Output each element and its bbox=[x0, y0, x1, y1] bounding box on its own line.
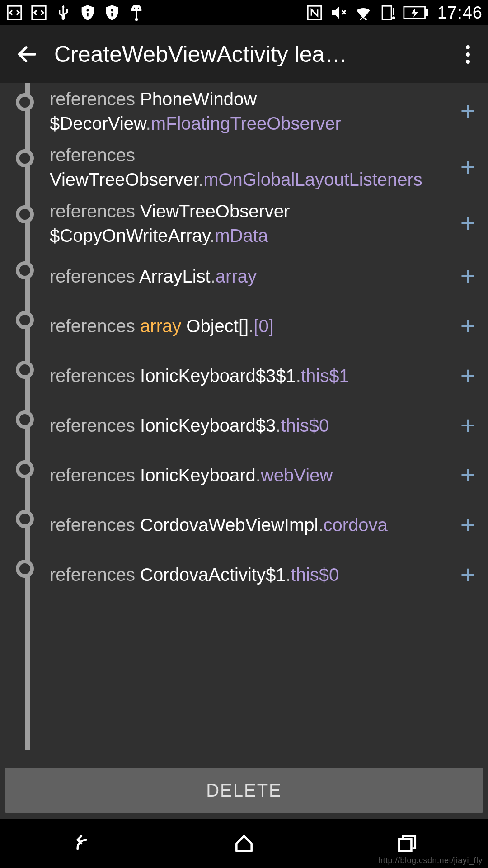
delete-button[interactable]: DELETE bbox=[5, 768, 483, 813]
trace-node-icon bbox=[16, 205, 34, 223]
trace-row[interactable]: references array Object[].[0] + bbox=[0, 301, 488, 351]
back-button[interactable] bbox=[14, 41, 41, 68]
app-bar: CreateWebViewActivity lea… bbox=[0, 25, 488, 83]
page-title: CreateWebViewActivity lea… bbox=[54, 41, 456, 67]
svg-point-4 bbox=[111, 9, 113, 12]
reference-list: references PhoneWindow $DecorView.mFloat… bbox=[0, 83, 488, 599]
svg-rect-16 bbox=[399, 839, 411, 851]
svg-point-2 bbox=[87, 9, 89, 12]
expand-icon[interactable]: + bbox=[460, 413, 475, 438]
trace-text: references array Object[].[0] bbox=[50, 314, 447, 338]
status-clock: 17:46 bbox=[437, 3, 483, 23]
trace-row[interactable]: references CordovaActivity$1.this$0 + bbox=[0, 550, 488, 599]
nav-recent-button[interactable] bbox=[389, 830, 425, 857]
trace-row[interactable]: references PhoneWindow $DecorView.mFloat… bbox=[0, 83, 488, 139]
dev-icon-2 bbox=[30, 4, 48, 22]
overflow-menu-button[interactable] bbox=[456, 41, 479, 68]
navigation-bar: http://blog.csdn.net/jiayi_fly bbox=[0, 819, 488, 868]
svg-rect-15 bbox=[426, 10, 427, 15]
trace-text: references ArrayList.array bbox=[50, 264, 447, 288]
trace-node-icon bbox=[16, 560, 34, 578]
battery-charging-icon bbox=[403, 4, 428, 22]
expand-icon[interactable]: + bbox=[460, 313, 475, 339]
nav-home-button[interactable] bbox=[226, 830, 262, 857]
android-debug-icon bbox=[127, 4, 145, 22]
trace-row[interactable]: references IonicKeyboard$3.this$0 + bbox=[0, 401, 488, 450]
dev-icon-1 bbox=[5, 4, 23, 22]
svg-rect-3 bbox=[87, 13, 88, 16]
nfc-icon bbox=[305, 4, 324, 22]
svg-point-6 bbox=[134, 8, 136, 9]
trace-text: references PhoneWindow $DecorView.mFloat… bbox=[50, 87, 447, 136]
expand-icon[interactable]: + bbox=[460, 462, 475, 488]
trace-node-icon bbox=[16, 149, 34, 167]
trace-row[interactable]: references ViewTreeObserver $CopyOnWrite… bbox=[0, 195, 488, 251]
watermark-text: http://blog.csdn.net/jiayi_fly bbox=[378, 856, 483, 865]
trace-text: references IonicKeyboard.webView bbox=[50, 463, 447, 487]
svg-point-13 bbox=[393, 17, 394, 19]
trace-text: references IonicKeyboard$3.this$0 bbox=[50, 413, 447, 438]
trace-node-icon bbox=[16, 261, 34, 279]
trace-node-icon bbox=[16, 361, 34, 379]
trace-row[interactable]: references ArrayList.array + bbox=[0, 251, 488, 301]
shield-icon-2 bbox=[103, 4, 121, 22]
trace-node-icon bbox=[16, 93, 34, 111]
status-bar: 17:46 bbox=[0, 0, 488, 25]
trace-node-icon bbox=[16, 311, 34, 329]
trace-row[interactable]: references IonicKeyboard.webView + bbox=[0, 450, 488, 500]
expand-icon[interactable]: + bbox=[460, 363, 475, 388]
trace-node-icon bbox=[16, 510, 34, 528]
trace-row[interactable]: references ViewTreeObserver.mOnGlobalLay… bbox=[0, 139, 488, 195]
trace-text: references CordovaActivity$1.this$0 bbox=[50, 562, 447, 587]
expand-icon[interactable]: + bbox=[460, 99, 475, 124]
svg-rect-11 bbox=[382, 6, 391, 19]
nav-back-button[interactable] bbox=[63, 830, 99, 857]
svg-rect-5 bbox=[111, 13, 113, 16]
usb-icon bbox=[54, 4, 72, 22]
expand-icon[interactable]: + bbox=[460, 562, 475, 587]
trace-text: references ViewTreeObserver $CopyOnWrite… bbox=[50, 199, 447, 248]
volume-mute-icon bbox=[330, 4, 348, 22]
expand-icon[interactable]: + bbox=[460, 264, 475, 289]
trace-node-icon bbox=[16, 460, 34, 478]
trace-text: references CordovaWebViewImpl.cordova bbox=[50, 513, 447, 537]
expand-icon[interactable]: + bbox=[460, 155, 475, 180]
sim-alert-icon bbox=[379, 4, 397, 22]
trace-node-icon bbox=[16, 410, 34, 429]
expand-icon[interactable]: + bbox=[460, 211, 475, 236]
trace-row[interactable]: references IonicKeyboard$3$1.this$1 + bbox=[0, 351, 488, 401]
wifi-icon bbox=[354, 4, 372, 22]
expand-icon[interactable]: + bbox=[460, 512, 475, 538]
shield-icon-1 bbox=[79, 4, 97, 22]
leak-trace-content: references PhoneWindow $DecorView.mFloat… bbox=[0, 83, 488, 819]
svg-point-9 bbox=[135, 18, 138, 21]
trace-text: references IonicKeyboard$3$1.this$1 bbox=[50, 363, 447, 388]
svg-point-7 bbox=[138, 8, 139, 9]
trace-row[interactable]: references CordovaWebViewImpl.cordova + bbox=[0, 500, 488, 550]
trace-text: references ViewTreeObserver.mOnGlobalLay… bbox=[50, 143, 447, 192]
